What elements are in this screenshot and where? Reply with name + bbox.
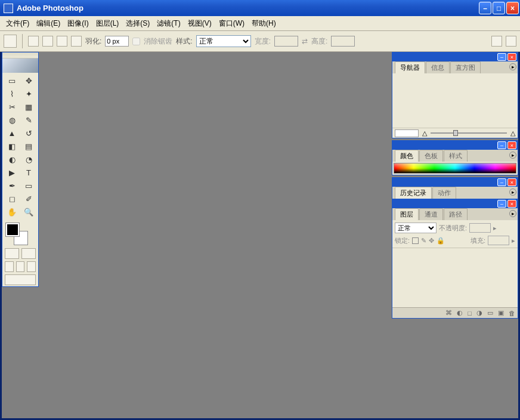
toolbox-grip[interactable]	[2, 52, 38, 58]
eyedropper-tool[interactable]: ✐	[20, 192, 37, 205]
screen-full-menubar-button[interactable]	[16, 261, 25, 272]
group-icon[interactable]: ▭	[487, 309, 493, 317]
selection-add-button[interactable]	[42, 36, 53, 47]
tab-styles[interactable]: 样式	[444, 150, 468, 162]
clone-stamp-tool[interactable]: ▲	[4, 126, 20, 140]
navigator-preview[interactable]	[392, 73, 518, 128]
hand-tool[interactable]: ✋	[4, 205, 20, 218]
selection-new-button[interactable]	[28, 36, 39, 47]
panel-minimize-button[interactable]: –	[497, 53, 506, 61]
layers-list[interactable]	[392, 248, 518, 307]
zoom-input[interactable]	[395, 129, 419, 137]
type-tool[interactable]: T	[20, 166, 37, 179]
layer-style-icon[interactable]: ◐	[457, 309, 463, 317]
tab-history[interactable]: 历史记录	[395, 187, 432, 199]
opacity-input[interactable]	[469, 223, 491, 233]
zoom-slider-thumb[interactable]	[453, 130, 458, 136]
layers-panel-header[interactable]: – ×	[392, 199, 518, 208]
window-close-button[interactable]: ×	[506, 2, 519, 14]
adjustment-icon[interactable]: ◑	[476, 309, 482, 317]
lock-transparency-icon[interactable]	[412, 237, 419, 244]
new-layer-icon[interactable]: ▣	[498, 309, 504, 317]
panel-close-button[interactable]: ×	[507, 178, 516, 186]
lock-position-icon[interactable]: ✥	[429, 237, 434, 245]
healing-brush-tool[interactable]: ◍	[4, 113, 20, 126]
eraser-tool[interactable]: ◧	[4, 140, 20, 153]
foreground-color-swatch[interactable]	[6, 223, 19, 236]
panel-close-button[interactable]: ×	[507, 53, 516, 61]
fill-input[interactable]	[488, 236, 509, 245]
menu-image[interactable]: 图像(I)	[64, 17, 92, 30]
tab-paths[interactable]: 路径	[444, 208, 468, 220]
shape-tool[interactable]: ▭	[20, 179, 37, 192]
menu-window[interactable]: 窗口(W)	[215, 17, 248, 30]
panel-minimize-button[interactable]: –	[497, 200, 506, 208]
color-spectrum[interactable]	[394, 163, 516, 174]
menu-file[interactable]: 文件(F)	[2, 17, 33, 30]
tab-color[interactable]: 颜色	[395, 150, 419, 162]
gradient-tool[interactable]: ▤	[20, 140, 37, 153]
tab-histogram[interactable]: 直方图	[450, 61, 481, 73]
screen-standard-button[interactable]	[5, 261, 14, 272]
move-tool[interactable]: ✥	[20, 74, 37, 87]
path-selection-tool[interactable]: ▶	[4, 166, 20, 179]
trash-icon[interactable]: 🗑	[509, 310, 515, 317]
panel-minimize-button[interactable]: –	[497, 141, 506, 149]
history-panel-header[interactable]: – ×	[392, 178, 518, 187]
blend-mode-select[interactable]: 正常	[395, 223, 437, 233]
history-brush-tool[interactable]: ↺	[20, 126, 37, 140]
color-panel-header[interactable]: – ×	[392, 141, 518, 150]
quickmask-mode-button[interactable]	[21, 248, 36, 259]
panel-flyout-button[interactable]: ▸	[509, 152, 516, 159]
zoom-out-icon[interactable]: △	[422, 129, 427, 137]
blur-tool[interactable]: ◐	[4, 153, 20, 166]
navigator-panel-header[interactable]: – ×	[392, 52, 518, 61]
current-tool-icon[interactable]	[4, 35, 17, 48]
crop-tool[interactable]: ✂	[4, 100, 20, 113]
marquee-tool[interactable]: ▭	[4, 74, 20, 87]
notes-tool[interactable]: ◻	[4, 192, 20, 205]
fill-flyout-icon[interactable]: ▸	[512, 237, 515, 245]
feather-input[interactable]	[105, 36, 129, 47]
menu-filter[interactable]: 滤镜(T)	[153, 17, 184, 30]
panel-flyout-button[interactable]: ▸	[509, 63, 516, 70]
jump-to-imageready-button[interactable]	[5, 274, 36, 285]
panel-close-button[interactable]: ×	[507, 200, 516, 208]
opacity-flyout-icon[interactable]: ▸	[493, 224, 497, 232]
lock-image-icon[interactable]: ✎	[421, 237, 426, 245]
zoom-in-icon[interactable]: △	[510, 129, 515, 137]
zoom-tool[interactable]: 🔍	[20, 205, 37, 218]
selection-subtract-button[interactable]	[57, 36, 67, 47]
dodge-tool[interactable]: ◔	[20, 153, 37, 166]
tab-swatches[interactable]: 色板	[419, 150, 443, 162]
pen-tool[interactable]: ✒	[4, 179, 20, 192]
menu-layer[interactable]: 图层(L)	[92, 17, 123, 30]
link-icon[interactable]: ⌘	[445, 309, 452, 317]
menu-edit[interactable]: 编辑(E)	[33, 17, 64, 30]
tab-actions[interactable]: 动作	[432, 187, 456, 199]
slice-tool[interactable]: ▦	[20, 100, 37, 113]
panel-flyout-button[interactable]: ▸	[509, 210, 516, 217]
lasso-tool[interactable]: ⌇	[4, 87, 20, 100]
tab-channels[interactable]: 通道	[419, 208, 443, 220]
tab-navigator[interactable]: 导航器	[395, 61, 425, 73]
zoom-slider[interactable]	[431, 132, 507, 134]
menu-help[interactable]: 帮助(H)	[248, 17, 280, 30]
brushes-palette-button[interactable]	[506, 36, 516, 47]
panel-close-button[interactable]: ×	[507, 141, 516, 149]
standard-mode-button[interactable]	[5, 248, 19, 259]
selection-intersect-button[interactable]	[71, 36, 82, 47]
style-select[interactable]: 正常	[196, 35, 251, 47]
menu-select[interactable]: 选择(S)	[122, 17, 153, 30]
panel-flyout-button[interactable]: ▸	[509, 189, 516, 196]
menu-view[interactable]: 视图(V)	[184, 17, 215, 30]
mask-icon[interactable]: □	[468, 310, 472, 317]
lock-all-icon[interactable]: 🔒	[437, 237, 445, 245]
window-maximize-button[interactable]: □	[493, 2, 505, 14]
brush-tool[interactable]: ✎	[20, 113, 37, 126]
panel-minimize-button[interactable]: –	[497, 178, 506, 186]
tab-info[interactable]: 信息	[426, 61, 450, 73]
tab-layers[interactable]: 图层	[395, 208, 419, 220]
palette-well-button[interactable]	[491, 36, 502, 47]
window-minimize-button[interactable]: –	[479, 2, 491, 14]
